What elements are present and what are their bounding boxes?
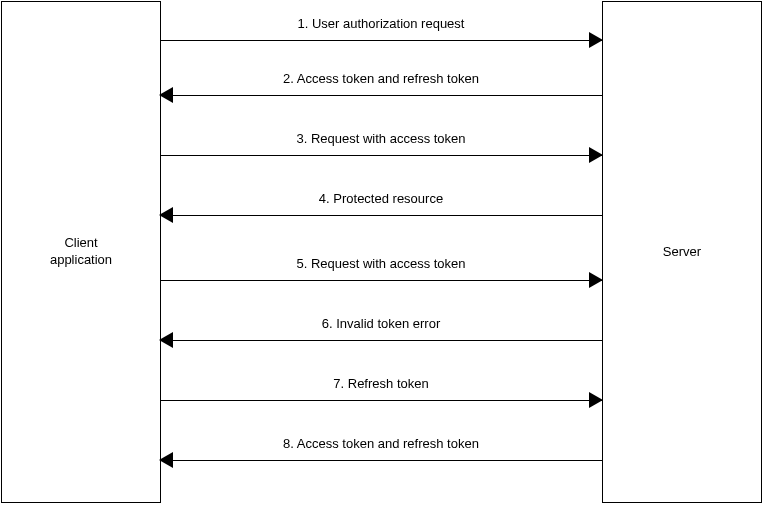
arrow-head xyxy=(589,272,603,288)
arrow-line xyxy=(160,155,602,156)
message-label: 8. Access token and refresh token xyxy=(160,436,602,451)
arrow-line xyxy=(160,460,602,461)
arrow-line xyxy=(160,95,602,96)
message-2: 2. Access token and refresh token xyxy=(160,65,602,115)
message-6: 6. Invalid token error xyxy=(160,310,602,360)
message-label: 6. Invalid token error xyxy=(160,316,602,331)
actor-server-label: Server xyxy=(663,244,701,261)
actor-client: Client application xyxy=(1,1,161,503)
arrow-line xyxy=(160,215,602,216)
actor-server: Server xyxy=(602,1,762,503)
arrow-head xyxy=(589,147,603,163)
message-3: 3. Request with access token xyxy=(160,125,602,175)
arrow-head xyxy=(159,87,173,103)
message-label: 7. Refresh token xyxy=(160,376,602,391)
actor-client-label: Client application xyxy=(50,235,112,269)
arrow-line xyxy=(160,40,602,41)
arrow-head xyxy=(589,32,603,48)
arrow-line xyxy=(160,400,602,401)
message-label: 1. User authorization request xyxy=(160,16,602,31)
message-7: 7. Refresh token xyxy=(160,370,602,420)
message-label: 2. Access token and refresh token xyxy=(160,71,602,86)
message-5: 5. Request with access token xyxy=(160,250,602,300)
message-1: 1. User authorization request xyxy=(160,10,602,60)
message-4: 4. Protected resource xyxy=(160,185,602,235)
message-label: 3. Request with access token xyxy=(160,131,602,146)
arrow-head xyxy=(159,452,173,468)
sequence-diagram: Client application Server 1. User author… xyxy=(0,0,762,505)
arrow-head xyxy=(159,207,173,223)
arrow-head xyxy=(589,392,603,408)
message-label: 5. Request with access token xyxy=(160,256,602,271)
arrow-line xyxy=(160,340,602,341)
arrow-head xyxy=(159,332,173,348)
message-label: 4. Protected resource xyxy=(160,191,602,206)
arrow-line xyxy=(160,280,602,281)
message-8: 8. Access token and refresh token xyxy=(160,430,602,480)
